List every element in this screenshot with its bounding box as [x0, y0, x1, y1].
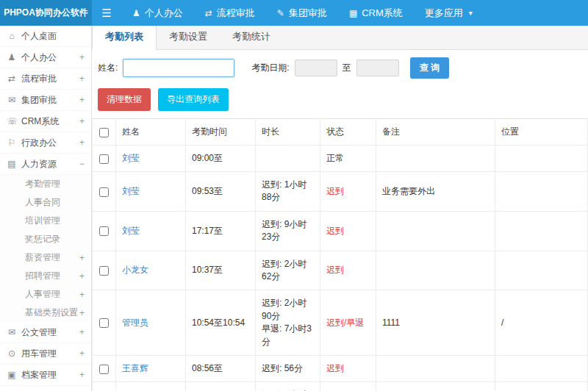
sidebar-subitem-label: 人事管理 — [25, 288, 79, 301]
group-approval-icon: ✉ — [7, 95, 17, 105]
name-filter-input[interactable] — [123, 59, 234, 77]
sidebar-subitem-label: 基础类别设置 — [25, 306, 79, 319]
plus-icon: + — [79, 271, 85, 281]
row-checkbox[interactable] — [99, 226, 109, 236]
flow-icon: ⇄ — [205, 8, 212, 18]
status-cell: 迟到/早退 — [320, 290, 376, 356]
sidebar-item-hr[interactable]: ▤人力资源− — [0, 154, 91, 175]
sidebar-item-projects[interactable]: ≣项目管理+ — [0, 386, 91, 391]
employee-name-link[interactable]: 小龙女 — [122, 265, 148, 275]
sidebar-subitem-contract[interactable]: 人事合同 — [0, 193, 91, 212]
minus-icon: − — [79, 159, 85, 169]
row-checkbox[interactable] — [99, 266, 109, 276]
name-filter-label: 姓名: — [98, 62, 118, 74]
sidebar-item-personal-office[interactable]: ♟个人办公+ — [0, 47, 91, 68]
menu-icon: ☰ — [101, 7, 111, 20]
nav-item-group-approval[interactable]: ✎集团审批 — [266, 0, 338, 26]
main-content: 考勤列表考勤设置考勤统计 姓名: 考勤日期: 至 查 询 清理数据 导出查询列表 — [92, 26, 588, 391]
nav-item-crm[interactable]: ▦CRM系统 — [338, 0, 414, 26]
sidebar-item-label: CRM系统 — [21, 115, 75, 128]
note-cell — [376, 146, 495, 172]
sidebar-item-label: 集团审批 — [21, 94, 75, 107]
row-checkbox[interactable] — [99, 365, 109, 374]
search-button[interactable]: 查 询 — [410, 57, 449, 79]
sidebar-item-group-approval[interactable]: ✉集团审批+ — [0, 90, 91, 111]
note-cell — [376, 211, 495, 251]
nav-item-label: CRM系统 — [362, 7, 403, 20]
status-cell: 迟到 — [320, 172, 376, 212]
row-select-cell — [93, 355, 116, 381]
time-cell: 10:54至10:54 — [186, 290, 256, 356]
plus-icon: + — [79, 52, 85, 62]
employee-name-link[interactable]: 刘莹 — [122, 226, 140, 236]
sidebar-item-docs[interactable]: ✉公文管理+ — [0, 322, 91, 343]
status-cell: 迟到/早退 — [320, 382, 376, 391]
table-row: 黄蓉13:20至13:20迟到: 5小时33分 早退: 4小时67分迟到/早退/ — [93, 382, 588, 391]
desktop-icon: ⌂ — [7, 31, 17, 41]
app-logo: PHPOA协同办公软件 — [0, 0, 92, 26]
sidebar-item-desktop[interactable]: ⌂个人桌面 — [0, 26, 91, 47]
tab-attendance-settings[interactable]: 考勤设置 — [157, 26, 220, 49]
duration-cell: 迟到: 1小时88分 — [256, 172, 320, 212]
date-from-input[interactable] — [295, 60, 337, 76]
sidebar-subitem-personnel[interactable]: 人事管理+ — [0, 285, 91, 304]
sidebar-subitem-label: 招聘管理 — [25, 270, 79, 282]
date-to-input[interactable] — [356, 60, 399, 76]
duration-cell: 迟到: 2小时90分 早退: 7小时3分 — [256, 290, 320, 356]
time-cell: 09:00至 — [186, 146, 256, 172]
location-cell — [495, 355, 588, 381]
employee-name-link[interactable]: 王喜辉 — [122, 363, 148, 373]
time-cell: 09:53至 — [186, 172, 256, 212]
sidebar-subitem-rewards[interactable]: 奖惩记录 — [0, 230, 91, 248]
edit-icon: ✎ — [277, 8, 284, 18]
chevron-down-icon: ▾ — [469, 9, 473, 17]
sidebar-submenu: 考勤管理人事合同培训管理奖惩记录薪资管理+招聘管理+人事管理+基础类别设置+ — [0, 175, 91, 322]
export-list-button[interactable]: 导出查询列表 — [158, 88, 229, 111]
nav-item-more-apps[interactable]: 更多应用▾ — [414, 0, 484, 26]
nav-item-label: 集团审批 — [289, 7, 327, 20]
sidebar-subitem-base-category[interactable]: 基础类别设置+ — [0, 304, 91, 322]
nav-item-label: 更多应用 — [425, 7, 463, 20]
row-checkbox[interactable] — [99, 318, 109, 328]
sidebar-item-label: 人力资源 — [21, 158, 75, 171]
column-header: 备注 — [376, 119, 495, 146]
row-checkbox[interactable] — [99, 187, 109, 197]
location-cell: / — [495, 290, 588, 356]
employee-name-link[interactable]: 管理员 — [122, 318, 148, 328]
nav-item-personal-office[interactable]: ♟个人办公 — [121, 0, 194, 26]
sidebar-item-workflow-approval[interactable]: ⇄流程审批+ — [0, 68, 91, 90]
sidebar-subitem-attendance[interactable]: 考勤管理 — [0, 175, 91, 193]
tab-attendance-stats[interactable]: 考勤统计 — [220, 26, 283, 49]
duration-cell: 迟到: 5小时33分 早退: 4小时67分 — [256, 382, 320, 391]
table-row: 王喜辉08:56至迟到: 56分迟到 — [93, 355, 588, 381]
sidebar-subitem-training[interactable]: 培训管理 — [0, 212, 91, 230]
name-cell: 黄蓉 — [116, 382, 186, 391]
clean-data-button[interactable]: 清理数据 — [98, 88, 151, 111]
row-select-cell — [93, 251, 116, 290]
select-all-checkbox[interactable] — [99, 128, 109, 137]
row-checkbox[interactable] — [99, 154, 109, 164]
nav-item-workflow-approval[interactable]: ⇄流程审批 — [194, 0, 266, 26]
employee-name-link[interactable]: 刘莹 — [122, 186, 140, 196]
note-cell: 1111 — [376, 290, 495, 356]
employee-name-link[interactable]: 刘莹 — [122, 153, 140, 163]
plus-icon: + — [79, 370, 85, 380]
note-cell — [376, 355, 495, 381]
personal-office-icon: ♟ — [7, 52, 17, 62]
duration-cell: 迟到: 2小时62分 — [256, 251, 320, 290]
column-header: 考勤时间 — [186, 119, 256, 146]
row-select-cell — [93, 382, 116, 391]
table-row: 小龙女10:37至迟到: 2小时62分迟到 — [93, 251, 588, 290]
sidebar-item-vehicles[interactable]: ⊙用车管理+ — [0, 343, 91, 365]
sidebar-item-archives[interactable]: ▣档案管理+ — [0, 365, 91, 386]
hr-icon: ▤ — [7, 159, 17, 169]
sidebar-item-admin-office[interactable]: ⚐行政办公+ — [0, 132, 91, 154]
sidebar-menu: ⌂个人桌面♟个人办公+⇄流程审批+✉集团审批+☏CRM系统+⚐行政办公+▤人力资… — [0, 26, 91, 391]
menu-toggle-button[interactable]: ☰ — [92, 0, 121, 26]
sidebar-subitem-salary[interactable]: 薪资管理+ — [0, 248, 91, 267]
sidebar-subitem-recruit[interactable]: 招聘管理+ — [0, 267, 91, 285]
sidebar-item-crm[interactable]: ☏CRM系统+ — [0, 111, 91, 132]
tab-attendance-list[interactable]: 考勤列表 — [92, 26, 157, 50]
location-cell — [495, 251, 588, 290]
workflow-approval-icon: ⇄ — [7, 73, 17, 84]
